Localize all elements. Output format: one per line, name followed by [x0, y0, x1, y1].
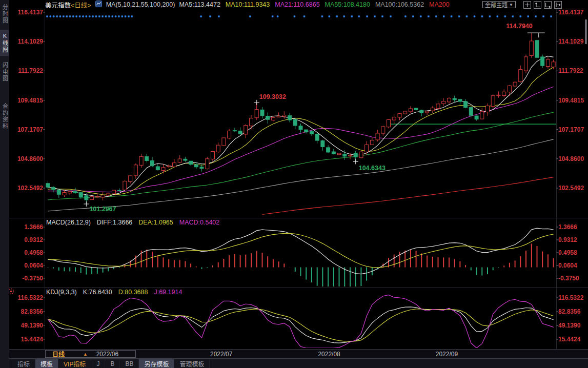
svg-text:82.8356: 82.8356 [21, 308, 44, 315]
svg-text:102.5492: 102.5492 [17, 185, 43, 192]
kdj-title: KDJ(9,3,3) [46, 289, 77, 296]
svg-text:1.3666: 1.3666 [24, 223, 43, 231]
ma-value: MA10:111.9343 [226, 1, 270, 8]
move-icon[interactable] [523, 1, 531, 9]
svg-text:116.4137: 116.4137 [18, 9, 44, 16]
toolbar-tab-B[interactable]: B [105, 359, 120, 368]
svg-text:0.0604: 0.0604 [24, 262, 43, 269]
toolbar-tab-J[interactable]: J [91, 359, 105, 368]
macd-value: DIFF:1.3666 [97, 219, 132, 226]
svg-text:107.1707: 107.1707 [558, 126, 584, 133]
svg-text:0.0604: 0.0604 [558, 262, 577, 269]
toolbar-tab-VIP指标[interactable]: VIP指标 [58, 359, 91, 368]
kdj-panel-header: KDJ(9,3,3) K:76.6430D:80.3688J:69.1914 [46, 289, 182, 296]
kdj-values: K:76.6430D:80.3688J:69.1914 [83, 289, 183, 296]
symbol-period: 美元指数<日线> [45, 0, 91, 10]
x-axis-month: 2022/08 [318, 351, 340, 358]
ma-value: MA55:108.4180 [325, 1, 370, 8]
symbol-name: 美元指数 [45, 2, 71, 9]
line-chart-icon [95, 1, 102, 9]
svg-text:109.4815: 109.4815 [17, 97, 43, 104]
svg-text:109.3032: 109.3032 [259, 93, 286, 100]
svg-text:101.2967: 101.2967 [89, 206, 116, 213]
svg-text:-0.3750: -0.3750 [558, 275, 579, 282]
svg-text:15.4424: 15.4424 [21, 336, 44, 343]
sidebar-item-3[interactable]: 闪电图 [0, 59, 9, 85]
axis-horizontal-icon[interactable] [544, 1, 552, 9]
macd-value: MACD:0.5402 [179, 219, 220, 226]
shift-right-icon[interactable] [554, 1, 562, 9]
theme-dropdown-label: 全部主题 [485, 1, 508, 9]
toolbar-tabs: 指标模板VIP指标JBBB另存模板管理模板 [9, 359, 588, 368]
ma-value: MA100:106.5362 [375, 1, 424, 8]
toolbar-tab-管理模板[interactable]: 管理模板 [174, 359, 210, 368]
period-label[interactable]: <日线> [71, 2, 91, 9]
kdj-value: K:76.6430 [83, 289, 112, 296]
svg-text:82.8356: 82.8356 [558, 308, 581, 315]
toolbar-tab-模板[interactable]: 模板 [35, 359, 58, 368]
svg-text:114.1029: 114.1029 [18, 38, 44, 45]
svg-text:104.8600: 104.8600 [17, 155, 43, 162]
chart-canvas[interactable]: 116.4137116.4137114.1029114.1029111.7922… [0, 0, 588, 368]
period-selector-label: 日线 [52, 350, 65, 358]
ma-value: MA5:113.4472 [179, 1, 220, 8]
svg-text:0.9312: 0.9312 [558, 236, 577, 243]
svg-text:111.7922: 111.7922 [558, 67, 583, 74]
macd-value: DEA:1.0965 [138, 219, 173, 226]
svg-text:116.5322: 116.5322 [18, 294, 44, 301]
toolbar-tab-指标[interactable]: 指标 [12, 359, 35, 368]
ma-values: MA5:113.4472MA10:111.9343MA21:110.6865MA… [179, 1, 449, 8]
svg-text:0.9312: 0.9312 [24, 236, 43, 243]
svg-text:49.1390: 49.1390 [558, 322, 581, 329]
svg-text:-0.3750: -0.3750 [22, 275, 43, 282]
svg-text:0.4958: 0.4958 [24, 249, 43, 256]
left-sidebar: 分时图K线图闪电图合约资料 [0, 0, 9, 368]
toolbar-tab-BB[interactable]: BB [120, 359, 139, 368]
kdj-value: J:69.1914 [154, 289, 182, 296]
svg-text:104.8600: 104.8600 [558, 155, 584, 162]
svg-text:114.1029: 114.1029 [558, 38, 584, 45]
kdj-value: D:80.3688 [118, 289, 148, 296]
x-axis-month: 2022/06 [96, 351, 118, 358]
svg-text:49.1390: 49.1390 [21, 322, 44, 329]
svg-text:114.7940: 114.7940 [506, 23, 532, 30]
x-axis-month: 2022/09 [436, 351, 458, 358]
period-selector[interactable]: 日线 ▲ [45, 350, 136, 358]
svg-text:107.1707: 107.1707 [17, 126, 43, 133]
ma-value: MA21:110.6865 [275, 1, 319, 8]
ma-settings-label: MA(5,10,21,55,100,200) [106, 1, 175, 8]
ma-lines [48, 56, 553, 214]
sidebar-item-1[interactable]: 分时图 [0, 2, 9, 27]
svg-text:116.4137: 116.4137 [558, 9, 584, 16]
macd-panel-header: MACD(26,12,9) DIFF:1.3666DEA:1.0965MACD:… [46, 219, 219, 226]
bottom-toolbar: 指标模板VIP指标JBBB另存模板管理模板 [9, 359, 588, 368]
chevron-down-icon: ▼ [509, 3, 513, 7]
axis-vertical-icon[interactable] [534, 1, 541, 9]
svg-text:102.5492: 102.5492 [558, 185, 584, 192]
svg-text:116.5322: 116.5322 [558, 294, 584, 301]
trading-app-window: 116.4137116.4137114.1029114.1029111.7922… [0, 0, 588, 368]
svg-text:109.4815: 109.4815 [558, 97, 584, 104]
ma-value: MA200 [429, 1, 450, 8]
theme-dropdown-button[interactable]: 全部主题 ▼ [482, 1, 516, 8]
svg-text:104.6343: 104.6343 [359, 165, 386, 172]
svg-text:111.7922: 111.7922 [18, 67, 43, 74]
event-dots [46, 15, 552, 17]
x-axis-month: 2022/07 [210, 351, 232, 358]
svg-text:0.4958: 0.4958 [558, 249, 577, 256]
chart-tool-icons [523, 1, 562, 9]
scrollbar-thumb [585, 19, 587, 44]
svg-text:15.4424: 15.4424 [558, 336, 581, 343]
svg-text:1.3666: 1.3666 [558, 223, 577, 231]
macd-values: DIFF:1.3666DEA:1.0965MACD:0.5402 [97, 219, 219, 226]
sidebar-item-4[interactable]: 合约资料 [0, 100, 9, 132]
x-axis-row: 日线 ▲ 2022/062022/072022/082022/09 [9, 349, 588, 359]
triangle-up-icon: ▲ [83, 352, 88, 357]
macd-title: MACD(26,12,9) [46, 219, 91, 226]
toolbar-tab-另存模板[interactable]: 另存模板 [139, 359, 174, 368]
sidebar-item-2[interactable]: K线图 [0, 30, 9, 56]
